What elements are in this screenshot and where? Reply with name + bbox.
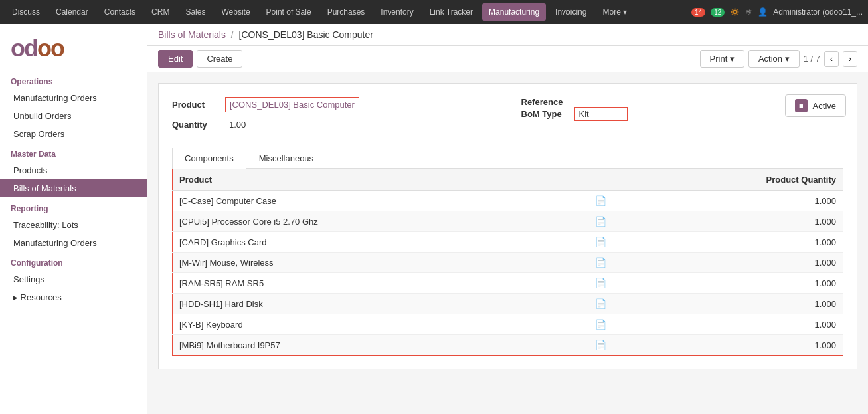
quantity-label: Quantity [172, 120, 225, 130]
logo-area: odoo [0, 24, 147, 70]
file-icon: 📄 [595, 257, 606, 268]
nav-manufacturing[interactable]: Manufacturing [482, 3, 546, 21]
file-icon: 📄 [595, 195, 606, 206]
row-icon-0: 📄 [588, 191, 615, 211]
table-row[interactable]: [C-Case] Computer Case📄1.000 [173, 191, 843, 211]
nav-calendar[interactable]: Calendar [49, 3, 95, 21]
sidebar-item-settings[interactable]: Settings [0, 270, 147, 288]
reference-label: Reference [521, 97, 574, 107]
page-info: 1 / 7 [804, 54, 820, 64]
row-quantity-3: 1.000 [615, 253, 843, 273]
row-quantity-6: 1.000 [615, 314, 843, 335]
row-product-4[interactable]: [RAM-SR5] RAM SR5 [173, 273, 588, 294]
nav-more[interactable]: More ▾ [596, 3, 634, 21]
user-name: Administrator (odoo11_... [773, 7, 863, 17]
tabs: Components Miscellaneous [172, 148, 843, 169]
badge-2[interactable]: 12 [711, 8, 725, 17]
nav-website[interactable]: Website [215, 3, 256, 21]
top-navigation: Discuss Calendar Contacts CRM Sales Webs… [0, 0, 868, 24]
sidebar-item-resources[interactable]: ▸ Resources [0, 288, 147, 306]
row-product-0[interactable]: [C-Case] Computer Case [173, 191, 588, 211]
nav-linktracker[interactable]: Link Tracker [423, 3, 479, 21]
nav-purchases[interactable]: Purchases [321, 3, 372, 21]
action-button[interactable]: Action ▾ [748, 50, 800, 68]
sidebar-item-manufacturing-orders[interactable]: Manufacturing Orders [0, 89, 147, 107]
row-quantity-5: 1.000 [615, 294, 843, 314]
active-badge[interactable]: ■ Active [785, 94, 846, 117]
bom-type-value[interactable]: Kit [574, 107, 628, 121]
active-badge-label: Active [813, 101, 836, 111]
file-icon: 📄 [595, 237, 606, 247]
file-icon: 📄 [595, 298, 606, 309]
product-value[interactable]: [CONS_DEL03] Basic Computer [225, 97, 359, 112]
section-master-data: Master Data [0, 143, 147, 161]
product-field-group: Product [CONS_DEL03] Basic Computer [172, 97, 495, 112]
form-fields-row: Product [CONS_DEL03] Basic Computer Quan… [172, 97, 843, 137]
col-header-product: Product [173, 169, 588, 191]
table-row[interactable]: [KY-B] Keyboard📄1.000 [173, 314, 843, 335]
main-content: Bills of Materials / [CONS_DEL03] Basic … [147, 24, 868, 414]
row-product-3[interactable]: [M-Wir] Mouse, Wireless [173, 253, 588, 273]
row-product-1[interactable]: [CPUi5] Processor Core i5 2.70 Ghz [173, 211, 588, 232]
row-quantity-7: 1.000 [615, 335, 843, 356]
nav-crm[interactable]: CRM [145, 3, 176, 21]
row-icon-3: 📄 [588, 253, 615, 273]
file-icon: 📄 [595, 340, 606, 350]
bom-type-label: BoM Type [521, 109, 574, 119]
row-product-6[interactable]: [KY-B] Keyboard [173, 314, 588, 335]
toolbar: Edit Create Print ▾ Action ▾ 1 / 7 ‹ › [147, 46, 868, 72]
row-quantity-4: 1.000 [615, 273, 843, 294]
form-area: ■ Active Product [CONS_DEL03] Basic Comp… [158, 83, 857, 369]
reference-value[interactable] [574, 101, 582, 104]
product-label: Product [172, 100, 225, 110]
sidebar-item-bom[interactable]: Bills of Materials [0, 179, 147, 197]
edit-button[interactable]: Edit [158, 50, 193, 68]
file-icon: 📄 [595, 319, 606, 330]
print-button[interactable]: Print ▾ [700, 50, 744, 68]
table-row[interactable]: [HDD-SH1] Hard Disk📄1.000 [173, 294, 843, 314]
row-icon-1: 📄 [588, 211, 615, 232]
sidebar-item-scrap-orders[interactable]: Scrap Orders [0, 125, 147, 143]
table-row[interactable]: [RAM-SR5] RAM SR5📄1.000 [173, 273, 843, 294]
quantity-value[interactable]: 1.00 [225, 118, 250, 132]
row-product-5[interactable]: [HDD-SH1] Hard Disk [173, 294, 588, 314]
section-operations: Operations [0, 70, 147, 89]
table-row[interactable]: [CARD] Graphics Card📄1.000 [173, 232, 843, 253]
breadcrumb-sep: / [231, 29, 234, 40]
tab-components[interactable]: Components [172, 148, 246, 169]
nav-pos[interactable]: Point of Sale [260, 3, 318, 21]
row-icon-7: 📄 [588, 335, 615, 356]
nav-discuss[interactable]: Discuss [5, 3, 46, 21]
table-row[interactable]: [CPUi5] Processor Core i5 2.70 Ghz📄1.000 [173, 211, 843, 232]
sidebar: odoo Operations Manufacturing Orders Unb… [0, 24, 147, 414]
nav-invoicing[interactable]: Invoicing [549, 3, 593, 21]
row-icon-4: 📄 [588, 273, 615, 294]
badge-1[interactable]: 14 [691, 8, 705, 17]
row-product-2[interactable]: [CARD] Graphics Card [173, 232, 588, 253]
user-avatar[interactable]: 👤 [758, 7, 768, 17]
next-page-button[interactable]: › [843, 51, 857, 67]
quantity-field-group: Quantity 1.00 [172, 118, 495, 132]
nav-contacts[interactable]: Contacts [98, 3, 142, 21]
sidebar-item-mfg-orders-reporting[interactable]: Manufacturing Orders [0, 234, 147, 252]
file-icon: 📄 [595, 278, 606, 288]
row-quantity-0: 1.000 [615, 191, 843, 211]
sidebar-item-unbuild-orders[interactable]: Unbuild Orders [0, 107, 147, 125]
create-button[interactable]: Create [197, 50, 242, 68]
row-product-7[interactable]: [MBi9] Motherboard I9P57 [173, 335, 588, 356]
nav-inventory[interactable]: Inventory [374, 3, 420, 21]
breadcrumb-parent[interactable]: Bills of Materials [158, 29, 226, 40]
sidebar-item-traceability[interactable]: Traceability: Lots [0, 216, 147, 234]
sidebar-item-products[interactable]: Products [0, 161, 147, 179]
prev-page-button[interactable]: ‹ [824, 51, 839, 67]
row-icon-6: 📄 [588, 314, 615, 335]
settings-icon[interactable]: ⚛ [745, 7, 752, 17]
section-configuration: Configuration [0, 252, 147, 270]
tab-miscellaneous[interactable]: Miscellaneous [246, 148, 326, 169]
odoo-logo: odoo [11, 35, 64, 62]
section-reporting: Reporting [0, 197, 147, 216]
table-row[interactable]: [MBi9] Motherboard I9P57📄1.000 [173, 335, 843, 356]
nav-sales[interactable]: Sales [179, 3, 212, 21]
table-row[interactable]: [M-Wir] Mouse, Wireless📄1.000 [173, 253, 843, 273]
row-icon-5: 📄 [588, 294, 615, 314]
